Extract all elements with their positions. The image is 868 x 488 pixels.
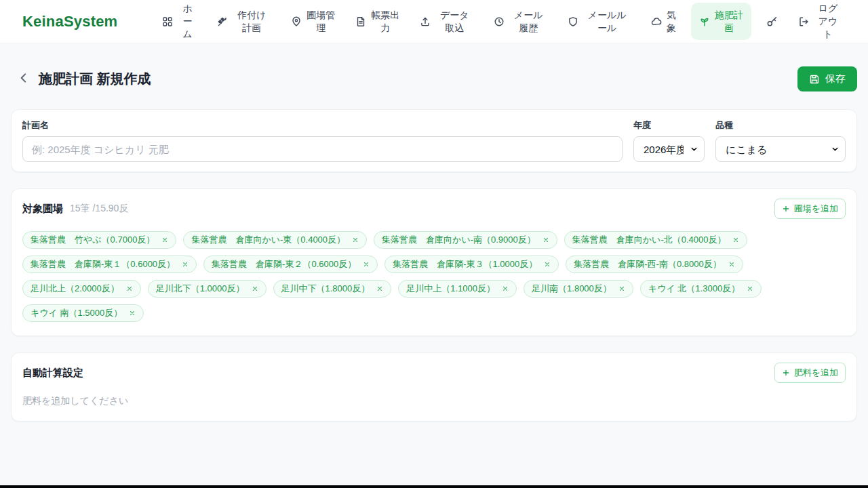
field-tag-label: 集落営農 倉庫向かい-南（0.9000反）: [382, 234, 536, 246]
remove-field-button[interactable]: [352, 237, 359, 243]
nav-item-logout[interactable]: ログアウト: [793, 0, 848, 45]
page-header: 施肥計画 新規作成 保存: [11, 66, 857, 92]
field-tag-label: 集落営農 竹やぶ（0.7000反）: [31, 234, 155, 246]
field-tag: キウイ 南（1.5000反）: [22, 304, 144, 322]
field-tag-label: 足川中下（1.8000反）: [281, 283, 370, 295]
top-navigation-bar: KeinaSystem ホーム 作付け計画 圃場管理 帳票出力: [0, 0, 868, 43]
nav-item-key[interactable]: [761, 12, 783, 31]
close-icon: [363, 261, 370, 268]
nav-item-planting-plan[interactable]: 作付け計画: [212, 5, 276, 39]
nav-item-label: ログアウト: [814, 2, 842, 41]
remove-field-button[interactable]: [732, 237, 739, 243]
target-fields-summary: 15筆 /15.90反: [70, 203, 128, 215]
plus-icon: [782, 369, 790, 377]
add-fertilizer-button[interactable]: 肥料を追加: [774, 363, 846, 383]
nav-item-label: データ取込: [435, 9, 473, 35]
grid-icon: [162, 16, 173, 27]
remove-field-button[interactable]: [747, 285, 753, 292]
remove-field-button[interactable]: [129, 310, 136, 317]
close-icon: [542, 237, 549, 243]
sprout-icon: [699, 16, 710, 27]
nav-item-label: 施肥計画: [715, 9, 743, 35]
year-select[interactable]: 2026年度: [633, 136, 705, 162]
field-tag: 足川中下（1.8000反）: [273, 280, 392, 298]
field-tag-label: 集落営農 倉庫隣-東２（0.6000反）: [212, 258, 356, 270]
nav-item-weather[interactable]: 気象: [646, 5, 682, 39]
field-tag-label: キウイ 南（1.5000反）: [31, 307, 122, 319]
close-icon: [252, 285, 258, 292]
clock-history-icon: [494, 16, 505, 27]
field-tag-label: 足川北上（2.0000反）: [31, 283, 119, 295]
remove-field-button[interactable]: [618, 285, 625, 292]
main-nav: ホーム 作付け計画 圃場管理 帳票出力 データ取込: [157, 0, 848, 45]
save-button-label: 保存: [825, 73, 846, 85]
back-button[interactable]: [18, 72, 30, 86]
field-tag: 集落営農 倉庫隣-東２（0.6000反）: [203, 256, 378, 273]
field-tag-label: キウイ 北（1.3000反）: [648, 283, 740, 295]
add-field-button[interactable]: 圃場を追加: [774, 199, 846, 219]
field-tag: 集落営農 倉庫向かい-北（0.4000反）: [564, 231, 748, 249]
main-content: 施肥計画 新規作成 保存 計画名 年度 2026年度: [0, 66, 868, 422]
save-icon: [809, 74, 820, 85]
remove-field-button[interactable]: [126, 285, 133, 292]
remove-field-button[interactable]: [252, 285, 258, 292]
remove-field-button[interactable]: [161, 237, 168, 243]
auto-calc-card: 自動計算設定 肥料を追加 肥料を追加してください: [11, 352, 857, 422]
nav-item-mail-history[interactable]: メール履歴: [488, 5, 553, 39]
field-tag: 集落営農 倉庫隣-東１（0.6000反）: [22, 256, 197, 273]
plus-icon: [782, 205, 790, 213]
variety-select[interactable]: にこまる: [715, 136, 846, 162]
remove-field-button[interactable]: [544, 261, 551, 268]
field-tag: 足川南（1.8000反）: [524, 280, 633, 298]
map-pin-icon: [291, 16, 302, 27]
nav-item-fertilization-plan[interactable]: 施肥計画: [691, 3, 751, 41]
nav-item-report-output[interactable]: 帳票出力: [350, 5, 405, 39]
remove-field-button[interactable]: [502, 285, 509, 292]
nav-item-data-import[interactable]: データ取込: [414, 5, 479, 39]
close-icon: [618, 285, 625, 292]
field-tag: 集落営農 倉庫隣-西-南（0.8000反）: [566, 256, 743, 273]
plan-name-input[interactable]: [22, 136, 623, 162]
nav-item-home[interactable]: ホーム: [157, 0, 202, 45]
nav-item-mail-rules[interactable]: メールルール: [562, 5, 636, 39]
field-tag-label: 集落営農 倉庫隣-東３（1.0000反）: [393, 258, 537, 270]
field-tag: 集落営農 倉庫向かい-南（0.9000反）: [374, 231, 557, 249]
auto-calc-title: 自動計算設定: [22, 367, 83, 380]
field-tag-list: 集落営農 竹やぶ（0.7000反） 集落営農 倉庫向かい-東（0.4000反） …: [22, 231, 846, 322]
nav-item-label: 気象: [667, 9, 676, 35]
nav-item-label: 圃場管理: [307, 9, 335, 35]
plan-meta-card: 計画名 年度 2026年度 品種 にこまる: [11, 109, 857, 172]
close-icon: [544, 261, 551, 268]
nav-item-label: 帳票出力: [371, 9, 399, 35]
field-tag-label: 集落営農 倉庫隣-西-南（0.8000反）: [574, 258, 721, 270]
remove-field-button[interactable]: [182, 261, 189, 268]
shield-icon: [568, 16, 578, 27]
target-fields-title: 対象圃場: [22, 203, 63, 216]
app-logo: KeinaSystem: [22, 13, 117, 30]
upload-icon: [420, 16, 431, 27]
field-tag-label: 足川北下（1.0000反）: [156, 283, 245, 295]
nav-item-label: メール履歴: [509, 9, 547, 35]
remove-field-button[interactable]: [376, 285, 383, 292]
remove-field-button[interactable]: [728, 261, 735, 268]
nav-item-field-management[interactable]: 圃場管理: [285, 5, 340, 39]
close-icon: [376, 285, 383, 292]
screen-bottom-edge: [0, 485, 868, 488]
nav-item-label: メールルール: [583, 9, 631, 35]
field-tag-label: 集落営農 倉庫向かい-東（0.4000反）: [191, 234, 345, 246]
field-tag: 足川中上（1.1000反）: [398, 280, 517, 298]
field-tag-label: 集落営農 倉庫向かい-北（0.4000反）: [572, 234, 726, 246]
close-icon: [502, 285, 509, 292]
wheat-icon: [217, 16, 228, 27]
logout-icon: [798, 16, 809, 27]
remove-field-button[interactable]: [363, 261, 370, 268]
plan-name-label: 計画名: [22, 119, 623, 131]
page-title: 施肥計画 新規作成: [39, 70, 151, 88]
close-icon: [129, 310, 136, 317]
close-icon: [126, 285, 133, 292]
year-label: 年度: [633, 119, 705, 131]
field-tag: 集落営農 竹やぶ（0.7000反）: [22, 231, 176, 249]
close-icon: [728, 261, 735, 268]
save-button[interactable]: 保存: [797, 66, 857, 92]
remove-field-button[interactable]: [542, 237, 549, 243]
